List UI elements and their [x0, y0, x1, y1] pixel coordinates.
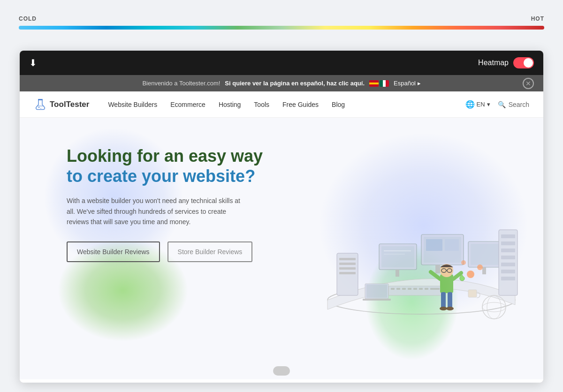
svg-rect-36: [419, 288, 423, 290]
heatmap-toggle-switch[interactable]: [513, 57, 534, 68]
flag-icons: [369, 80, 389, 87]
globe-icon: 🌐: [465, 100, 475, 109]
store-builder-reviews-button[interactable]: Store Builder Reviews: [167, 241, 253, 262]
svg-rect-31: [391, 288, 395, 290]
svg-point-0: [38, 106, 39, 107]
svg-rect-25: [501, 249, 515, 252]
top-bar: ⬇ Heatmap: [20, 51, 543, 75]
svg-rect-2: [38, 99, 43, 100]
heatmap-label: Heatmap: [478, 59, 509, 67]
search-label: Search: [509, 101, 529, 108]
svg-point-52: [461, 260, 466, 265]
svg-rect-54: [366, 285, 387, 298]
hero-heading: Looking for an easy way to create your w…: [67, 146, 263, 186]
svg-rect-13: [471, 244, 501, 265]
svg-rect-32: [396, 288, 400, 290]
svg-rect-5: [381, 246, 414, 267]
svg-rect-24: [501, 241, 515, 245]
svg-rect-20: [339, 267, 356, 270]
hero-description: With a website builder you won't need an…: [67, 196, 240, 227]
nav-bar: ToolTester Website Builders Ecommerce Ho…: [20, 91, 543, 118]
nav-link-blog[interactable]: Blog: [332, 101, 345, 108]
chevron-down-icon: ▾: [487, 101, 490, 108]
svg-rect-28: [501, 270, 515, 273]
hero-buttons: Website Builder Reviews Store Builder Re…: [67, 241, 263, 262]
svg-rect-59: [468, 290, 477, 297]
svg-rect-15: [435, 265, 440, 273]
svg-rect-19: [339, 263, 356, 265]
svg-rect-33: [402, 288, 406, 290]
heatmap-bar-container: COLD HOT: [0, 0, 563, 45]
svg-rect-44: [441, 292, 446, 309]
svg-rect-45: [448, 292, 452, 309]
download-icon[interactable]: ⬇: [29, 57, 37, 68]
svg-rect-14: [396, 270, 399, 277]
logo-flask-icon: [34, 98, 47, 111]
svg-rect-37: [425, 288, 428, 290]
svg-rect-27: [501, 263, 515, 266]
hero-heading-line1: Looking for an easy way: [67, 146, 263, 166]
svg-rect-35: [413, 288, 417, 290]
svg-rect-11: [445, 239, 459, 251]
nav-link-ecommerce[interactable]: Ecommerce: [170, 101, 205, 108]
svg-rect-38: [430, 288, 440, 290]
nav-link-free-guides[interactable]: Free Guides: [282, 101, 319, 108]
hero-heading-line2: to create your website?: [67, 166, 263, 186]
heatmap-labels: COLD HOT: [19, 15, 544, 22]
svg-point-51: [477, 264, 483, 270]
nav-link-tools[interactable]: Tools: [254, 101, 269, 108]
flag-mexico-icon: [380, 80, 389, 87]
svg-rect-23: [501, 234, 515, 238]
svg-point-46: [440, 307, 447, 310]
svg-rect-30: [388, 286, 445, 295]
svg-point-57: [487, 295, 501, 319]
svg-point-47: [446, 307, 454, 310]
browser-window: ⬇ Heatmap Bienvenido a Tooltester.com! S…: [20, 51, 543, 383]
logo[interactable]: ToolTester: [34, 98, 89, 111]
svg-rect-16: [482, 267, 486, 274]
espanol-button[interactable]: Español ▸: [394, 80, 421, 87]
svg-rect-29: [501, 277, 515, 280]
svg-rect-34: [408, 288, 411, 290]
close-icon: ✕: [525, 80, 531, 87]
desk-illustration-svg: [285, 159, 520, 338]
nav-link-website-builders[interactable]: Website Builders: [108, 101, 157, 108]
svg-point-1: [40, 108, 41, 109]
svg-rect-18: [339, 258, 356, 260]
search-button[interactable]: 🔍 Search: [498, 101, 529, 108]
svg-rect-21: [339, 272, 356, 274]
svg-rect-26: [501, 256, 515, 259]
heatmap-toggle-area: Heatmap: [478, 57, 534, 68]
website-builder-reviews-button[interactable]: Website Builder Reviews: [67, 241, 160, 262]
lang-label: EN: [477, 101, 485, 108]
svg-rect-55: [363, 299, 391, 301]
nav-actions: 🌐 EN ▾ 🔍 Search: [465, 100, 529, 109]
notification-bar: Bienvenido a Tooltester.com! Si quiere v…: [20, 75, 543, 91]
svg-point-50: [467, 271, 474, 278]
heatmap-gradient-bar: [19, 26, 544, 30]
scroll-indicator[interactable]: [273, 366, 290, 376]
hero-section: Looking for an easy way to create your w…: [20, 118, 543, 379]
language-selector[interactable]: 🌐 EN ▾: [465, 100, 490, 109]
search-icon: 🔍: [498, 101, 506, 108]
hot-label: HOT: [531, 15, 544, 22]
notification-text-before: Bienvenido a Tooltester.com!: [142, 80, 220, 87]
close-notification-button[interactable]: ✕: [523, 78, 534, 89]
hero-content: Looking for an easy way to create your w…: [67, 146, 263, 262]
svg-rect-10: [426, 239, 442, 251]
nav-links: Website Builders Ecommerce Hosting Tools…: [108, 101, 451, 108]
illustration-area: [281, 118, 525, 379]
logo-text: ToolTester: [50, 100, 89, 109]
notification-text-bold: Si quiere ver la página en español, haz …: [225, 80, 365, 87]
cold-label: COLD: [19, 15, 37, 22]
flag-spain-icon: [369, 80, 379, 87]
nav-link-hosting[interactable]: Hosting: [219, 101, 241, 108]
